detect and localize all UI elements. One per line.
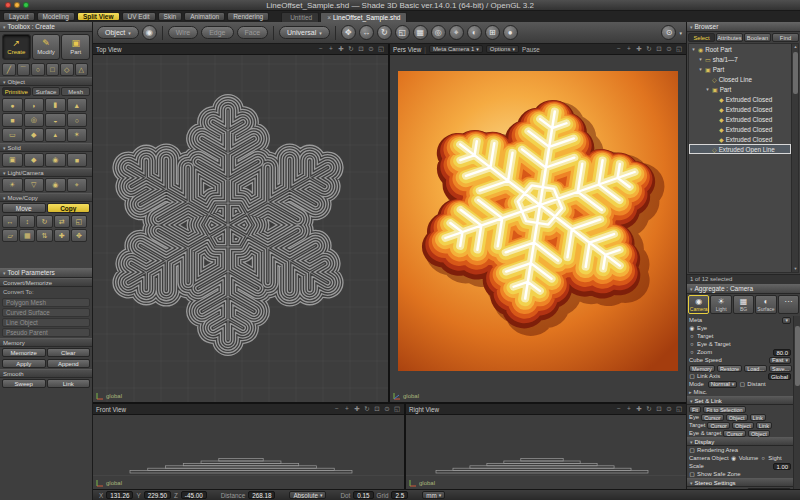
zoom-out-icon[interactable]: − [615,405,623,413]
hemisphere-tool-icon[interactable]: ◗ [24,98,45,112]
smooth-button[interactable]: Sweep [2,379,46,388]
camera-mode-dropdown[interactable]: Normal▾ [708,381,738,388]
copy-button[interactable]: Copy [47,203,91,213]
rotate-view-icon[interactable]: ↻ [645,45,653,53]
browser-header[interactable]: ▾ Browser [687,22,800,32]
restore-dropdown-button[interactable]: Restore [717,365,742,372]
browser-tab[interactable]: Find [772,33,799,42]
scrollbar-thumb[interactable] [795,326,800,386]
sight-radio[interactable]: ○ [760,455,766,461]
workspace-tab[interactable]: Layout [3,12,35,21]
document-tab[interactable]: × LineOffset_Sample.shd [320,12,407,22]
fit-view-icon[interactable]: ⊡ [357,45,365,53]
x-coordinate-field[interactable]: 131.26 [106,491,133,499]
move-button[interactable]: Move [2,203,46,213]
convert-option[interactable]: Pseudo Parent [2,328,90,337]
move-copy-section-label[interactable]: ▾ Move/Copy [0,193,92,202]
rotate-view-icon[interactable]: ↻ [645,405,653,413]
target-object-button[interactable]: Object [732,422,754,429]
eye-cursor-button[interactable]: Cursor [701,414,724,421]
pan-view-icon[interactable]: ✚ [635,45,643,53]
right-viewport-canvas[interactable] [406,415,686,489]
scale-tool-icon[interactable]: ◱ [395,25,410,40]
camera-view-icon[interactable]: ◉ [142,25,157,40]
workspace-tab[interactable]: Split View [77,12,120,21]
array-icon[interactable]: ▦ [19,229,35,242]
diamond-solid-tool-icon[interactable]: ◆ [24,128,45,142]
search-icon[interactable]: ⊙ [661,25,676,40]
pause-button[interactable]: Pause [522,46,540,53]
line-tool-icon[interactable]: ╱ [2,63,16,76]
expander-icon[interactable]: ▾ [705,86,710,92]
snap-grid-icon[interactable]: ▦ [413,25,428,40]
browser-tab[interactable]: Attributes [716,33,743,42]
object-mode-dropdown[interactable]: Object ▾ [97,26,139,39]
arc-tool-icon[interactable]: ⌒ [17,63,31,76]
aggregate-tab-light[interactable]: ☀ Light [710,295,731,314]
zoom-in-icon[interactable]: + [327,45,335,53]
expander-icon[interactable]: ▾ [691,46,696,52]
mode-modify-button[interactable]: ✎ Modify [32,34,61,60]
display-section[interactable]: ▾ Display [687,437,793,446]
save-button[interactable]: Save... [769,365,792,372]
camera-selector-dropdown[interactable]: Meta Camera 1 ▾ [429,45,483,53]
unit-dropdown[interactable]: mm ▾ [422,491,445,499]
zoom-out-icon[interactable]: − [333,405,341,413]
scroll-up-icon[interactable]: ▲ [792,44,799,50]
front-viewport-canvas[interactable] [93,415,404,489]
target-radio[interactable]: ○ [689,333,695,339]
rotate-view-icon[interactable]: ↻ [347,45,355,53]
diamond-tool-icon[interactable]: ◇ [60,63,74,76]
rotate-tool-icon[interactable]: ↻ [377,25,392,40]
pan-view-icon[interactable]: ✚ [635,405,643,413]
tree-item[interactable]: ▾ ▣ Part [689,84,791,94]
cube-tool-icon[interactable]: ■ [2,113,23,127]
zoom-out-icon[interactable]: − [317,45,325,53]
fit-button[interactable]: Fit [689,406,701,413]
sphere-tool-icon[interactable]: ● [2,98,23,112]
target-link-button[interactable]: Link [756,422,772,429]
memory-button[interactable]: Apply [2,359,46,368]
eye-target-radio[interactable]: ○ [689,341,695,347]
pan-view-icon[interactable]: ✚ [353,405,361,413]
aggregate-tab-more[interactable]: ⋯ [778,295,799,314]
plane-tool-icon[interactable]: ▭ [2,128,23,142]
zoom-select-icon[interactable]: ⊙ [665,405,673,413]
manipulator-icon[interactable]: ✥ [341,25,356,40]
cone-tool-icon[interactable]: ▲ [67,98,88,112]
capsule-tool-icon[interactable]: ◒ [45,113,66,127]
object-section-label[interactable]: ▾ Object [0,77,92,86]
tree-item[interactable]: ◇ Closed Line [689,74,791,84]
magnet-snap-icon[interactable]: ◎ [431,25,446,40]
object-category-tab[interactable]: Surface [32,87,61,96]
minimize-window-button[interactable] [14,2,20,8]
tool-parameters-header[interactable]: ▾ Tool Parameters [0,268,92,278]
aggregate-scrollbar[interactable] [793,316,800,489]
scale-icon[interactable]: ◱ [71,215,87,228]
aggregate-tab-camera[interactable]: ◉ Camera [688,295,709,314]
maximize-view-icon[interactable]: ◱ [675,45,683,53]
rendering-area-checkbox[interactable]: ▢ [689,447,695,453]
torus-tool-icon[interactable]: ◎ [24,113,45,127]
target-point-icon[interactable]: ⌖ [449,25,464,40]
cylinder-tool-icon[interactable]: ▮ [45,98,66,112]
ring-tool-icon[interactable]: ○ [67,113,88,127]
star-tool-icon[interactable]: ✶ [67,128,88,142]
workspace-tab[interactable]: UV Edit [122,12,156,21]
grid-field[interactable]: 2.5 [391,491,408,499]
link-axis-checkbox[interactable]: ▢ [689,373,695,379]
maximize-view-icon[interactable]: ◱ [393,405,401,413]
mode-create-button[interactable]: ↗ Create [2,34,31,60]
tree-item[interactable]: ◇ Extruded Open Line [689,144,791,154]
workspace-tab[interactable]: Animation [184,12,225,21]
eye-target-object-button[interactable]: Object [748,430,770,437]
document-tab[interactable]: Untitled [281,12,319,22]
top-viewport-canvas[interactable] [93,55,388,402]
cube-speed-dropdown[interactable]: Fast▾ [769,357,791,364]
zoom-select-icon[interactable]: ⊙ [367,45,375,53]
scale-value-field[interactable]: 1.00 [773,463,791,470]
set-link-section[interactable]: ▾ Set & Link [687,396,793,405]
view-mode-button[interactable]: Wire [168,26,198,39]
zoom-out-icon[interactable]: − [615,45,623,53]
scrollbar-thumb[interactable] [793,52,798,94]
